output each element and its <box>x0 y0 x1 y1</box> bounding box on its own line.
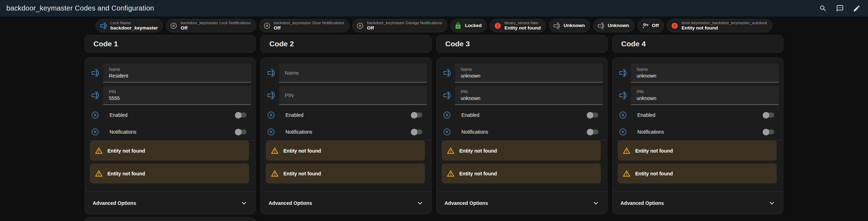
chip-primary-value: Entity not found <box>682 25 767 31</box>
code-column-1: Code 1NameResidentPIN5555EnabledNotifica… <box>85 35 256 221</box>
warning-text: Entity not found <box>635 148 673 154</box>
advanced-options-row-3[interactable]: Advanced Options <box>437 192 607 214</box>
form-textbox-icon <box>619 69 627 77</box>
code-column-4: Code 4NameunknownPINunknownEnabledNotifi… <box>612 35 783 221</box>
search-icon <box>819 5 827 12</box>
chip-primary-value: Unknown <box>564 23 585 28</box>
switch-thumb <box>235 129 242 135</box>
close-circle-outline-icon <box>170 22 177 29</box>
pin-field[interactable]: PIN5555 <box>103 86 251 105</box>
toggle-label: Enabled <box>285 112 411 118</box>
form-textbox-icon <box>597 22 605 29</box>
chip-lock-name[interactable]: Lock Namebackdoor_keymaster <box>96 19 163 32</box>
warning-banner: Entity not found <box>442 163 601 183</box>
enabled-switch[interactable] <box>587 112 598 119</box>
chip-secondary-label: backdoor_keymaster Lock Notifications <box>180 20 251 25</box>
key-remove-icon <box>642 22 649 29</box>
switch-thumb <box>587 112 593 119</box>
field-label: Name <box>637 67 773 72</box>
chip-primary-value: Off <box>180 25 251 31</box>
advanced-options-row-4[interactable]: Advanced Options <box>613 192 783 214</box>
field-label: Name <box>461 67 597 72</box>
close-circle-icon <box>443 128 451 136</box>
chip-primary-value: Locked <box>465 23 481 28</box>
name-field[interactable]: Name <box>279 63 427 82</box>
chip-unknown-2[interactable]: Unknown <box>593 19 634 32</box>
edit-icon <box>853 5 861 12</box>
chevron-down-icon <box>240 199 248 207</box>
chip-secondary-label: timer.keymaster_backdoor_keymaster_autol… <box>682 20 767 25</box>
code-card-body-3: NameunknownPINunknownEnabledNotification… <box>436 58 607 214</box>
warning-banner: Entity not found <box>90 141 249 161</box>
form-textbox-icon <box>619 91 627 100</box>
form-textbox-icon <box>91 69 99 77</box>
next-card-peek <box>85 217 256 221</box>
form-textbox-icon <box>267 91 275 100</box>
form-textbox-icon <box>100 22 107 29</box>
close-circle-outline-icon <box>263 22 271 29</box>
name-field-row: Nameunknown <box>613 63 783 82</box>
edit-button[interactable] <box>850 1 864 15</box>
chip-text: Unknown <box>608 23 629 28</box>
warning-triangle-icon <box>447 169 455 178</box>
chips-row: Lock Namebackdoor_keymasterbackdoor_keym… <box>0 19 868 32</box>
chip-primary-value: Unknown <box>608 23 629 28</box>
advanced-options-row-2[interactable]: Advanced Options <box>261 192 431 214</box>
close-circle-icon <box>619 111 627 119</box>
chip-text: backdoor_keymaster Garage NotificationsO… <box>367 20 442 31</box>
close-circle-icon <box>267 111 275 119</box>
chip-garage-notifications[interactable]: backdoor_keymaster Garage NotificationsO… <box>352 19 447 32</box>
warning-triangle-icon <box>95 147 103 155</box>
enabled-switch[interactable] <box>235 112 246 119</box>
switch-thumb <box>411 129 417 135</box>
toggle-label: Enabled <box>637 112 763 118</box>
chip-secondary-label: binary_sensor.fake <box>505 20 541 25</box>
code-card-body-2: NamePINEnabledNotificationsEntity not fo… <box>261 58 432 214</box>
comments-button[interactable] <box>833 1 847 15</box>
chip-secondary-label: Lock Name <box>110 20 158 25</box>
toggle-label: Notifications <box>285 129 411 135</box>
warning-banner: Entity not found <box>90 163 249 183</box>
name-field[interactable]: Nameunknown <box>455 63 603 82</box>
code-column-3: Code 3NameunknownPINunknownEnabledNotifi… <box>436 35 607 221</box>
pin-field[interactable]: PINunknown <box>455 86 603 105</box>
chip-code-slot[interactable]: Off <box>637 19 664 32</box>
chip-text: Unknown <box>564 23 585 28</box>
close-circle-icon <box>443 111 451 119</box>
advanced-options-label: Advanced Options <box>269 200 416 206</box>
chip-lock-notifications[interactable]: backdoor_keymaster Lock NotificationsOff <box>166 19 256 32</box>
pin-field[interactable]: PINunknown <box>631 86 779 105</box>
switch-thumb <box>587 129 593 135</box>
close-circle-outline-icon <box>356 22 364 29</box>
close-circle-icon <box>619 128 627 136</box>
pin-field[interactable]: PIN <box>279 86 427 105</box>
notifications-toggle-row: Notifications <box>261 123 431 140</box>
name-field[interactable]: NameResident <box>103 63 251 82</box>
chip-door-notifications[interactable]: backdoor_keymaster Door NotificationsOff <box>259 19 350 32</box>
chevron-down-icon <box>416 199 424 207</box>
comments-icon <box>836 5 844 12</box>
advanced-options-label: Advanced Options <box>445 200 592 206</box>
close-circle-icon <box>267 128 275 136</box>
name-field[interactable]: Nameunknown <box>631 63 779 82</box>
warning-triangle-icon <box>95 169 103 178</box>
chip-lock-state[interactable]: Locked <box>450 19 487 32</box>
chip-primary-value: Entity not found <box>505 25 541 31</box>
notifications-switch[interactable] <box>411 128 422 135</box>
enabled-switch[interactable] <box>411 112 422 119</box>
warning-text: Entity not found <box>635 171 673 176</box>
chip-unknown-1[interactable]: Unknown <box>549 19 590 32</box>
chip-autolock-timer[interactable]: timer.keymaster_backdoor_keymaster_autol… <box>667 19 772 32</box>
chip-text: Locked <box>465 23 481 28</box>
search-button[interactable] <box>816 1 830 15</box>
form-textbox-icon <box>91 91 99 100</box>
advanced-options-row-1[interactable]: Advanced Options <box>85 192 255 214</box>
warning-text: Entity not found <box>107 148 145 154</box>
chip-binary-sensor-fake[interactable]: binary_sensor.fakeEntity not found <box>490 19 546 32</box>
notifications-switch[interactable] <box>235 128 246 135</box>
warning-banner: Entity not found <box>618 141 777 161</box>
notifications-switch[interactable] <box>763 128 774 135</box>
field-label: PIN <box>109 89 245 95</box>
enabled-switch[interactable] <box>763 112 774 119</box>
notifications-switch[interactable] <box>587 128 598 135</box>
